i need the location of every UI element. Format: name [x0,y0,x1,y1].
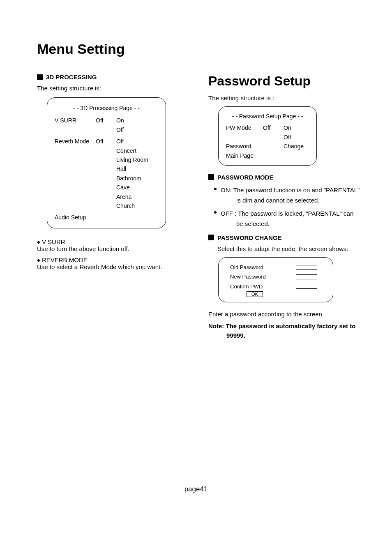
page-footer: page41 [0,485,392,493]
bullet-vsurr: • V SURR [37,238,196,245]
page-title: Menu Setting [25,41,367,57]
square-bullet-icon [208,235,214,240]
heading-password-mode: PASSWORD MODE [217,174,273,181]
label-password: Password [226,142,263,151]
value-reverb: Off [96,137,116,146]
option-reverb-4: Bathroom [116,174,158,183]
row-new-password: New Password [226,272,325,281]
password-mode-list: ON: The password function is on and "PAR… [208,185,367,229]
option-reverb-0: Off [116,137,158,146]
dot-icon: • [37,255,40,265]
bullet-dot-icon [214,188,217,190]
option-vsurr-off: Off [116,125,158,134]
option-reverb-3: Hall [116,164,158,173]
reverb-options: Concert Living Room Hall Bathroom Cave A… [116,146,158,211]
option-reverb-2: Living Room [116,155,158,164]
heading-password-change: PASSWORD CHANGE [217,234,281,241]
label-old-password: Old Password [226,263,296,272]
row-pwmode: PW Mode Off On [226,123,309,132]
option-vsurr-on: On [116,116,158,125]
field-new-password[interactable] [296,274,317,279]
section-header-pwmode: PASSWORD MODE [208,174,367,181]
enter-instruction: Enter a password according to the screen… [208,311,367,318]
panel-footer-audio: Audio Setup [55,213,158,222]
bullet-dot-icon [214,211,217,214]
right-column: Password Setup The setting structure is … [208,74,367,340]
option-reverb-7: Church [116,201,158,210]
value-pwmode: Off [263,123,284,132]
bullet-reverb: • REVERB MODE [37,256,196,263]
option-reverb-1: Concert [116,146,158,155]
panel-3d-processing: - - 3D Processing Page - - V SURR Off On… [47,97,166,228]
option-reverb-6: Arena [116,192,158,201]
intro-text-left: The setting structure is: [37,85,196,92]
panel-password-setup: - - Password Setup Page - - PW Mode Off … [218,106,317,166]
left-column: 3D PROCESSING The setting structure is: … [25,74,196,340]
desc-reverb: Use to select a Reverb Mode which you wa… [37,263,196,270]
row-mainpage: Main Page [226,151,309,160]
field-confirm-password[interactable] [296,284,317,289]
panel-password-change: Old Password New Password Confirm PWD OK [218,257,333,302]
note-factory: Note: The password is automatically fact… [208,322,367,340]
heading-password-setup: Password Setup [208,74,367,89]
text-on-line2: is dim and cannot be selected. [221,195,360,206]
text-on-line1: ON: The password function is on and "PAR… [221,185,360,196]
desc-vsurr: Use to turn the above function off. [37,245,196,252]
note-line2: 99999. [208,331,367,341]
value-vsurr: Off [96,116,116,125]
label-new-password: New Password [226,272,296,281]
row-reverb: Reverb Mode Off Off [55,137,158,146]
bullet-vsurr-label: V SURR [42,238,65,245]
option-pwmode-off: Off [284,133,309,142]
square-bullet-icon [208,174,214,180]
content-columns: 3D PROCESSING The setting structure is: … [25,74,367,340]
row-old-password: Old Password [226,263,325,272]
option-pwmode-on: On [284,123,309,132]
intro-text-right: The setting structure is : [208,94,367,101]
row-confirm-password: Confirm PWD [226,282,325,291]
panel-3d-title: - - 3D Processing Page - - [55,104,158,113]
panel-password-title: - - Password Setup Page - - [226,112,309,121]
label-pwmode: PW Mode [226,123,263,132]
row-vsurr: V SURR Off On [55,116,158,125]
option-reverb-5: Cave [116,183,158,192]
square-bullet-icon [37,74,43,80]
row-password: Password Change [226,142,309,151]
section-header-3d: 3D PROCESSING [37,74,196,81]
section-header-pwchange: PASSWORD CHANGE [208,234,367,241]
heading-3d-processing: 3D PROCESSING [46,74,97,81]
bullet-off: OFF : The password is locked, "PARENTAL"… [208,208,367,229]
note-line1: Note: The password is automatically fact… [208,322,355,329]
label-reverb: Reverb Mode [55,137,96,146]
field-old-password[interactable] [296,265,317,270]
intro-password-change: Select this to adapt the code, the scree… [208,245,367,252]
ok-button[interactable]: OK [247,291,263,297]
label-vsurr: V SURR [55,116,96,125]
value-password-change: Change [284,142,309,151]
dot-icon: • [37,237,40,247]
bullet-reverb-label: REVERB MODE [42,256,88,263]
text-off-line1: OFF : The password is locked, "PARENTAL"… [221,208,353,219]
bullet-on: ON: The password function is on and "PAR… [208,185,367,206]
label-confirm-password: Confirm PWD [226,282,296,291]
text-off-line2: be selected. [221,219,353,229]
label-mainpage: Main Page [226,151,263,160]
